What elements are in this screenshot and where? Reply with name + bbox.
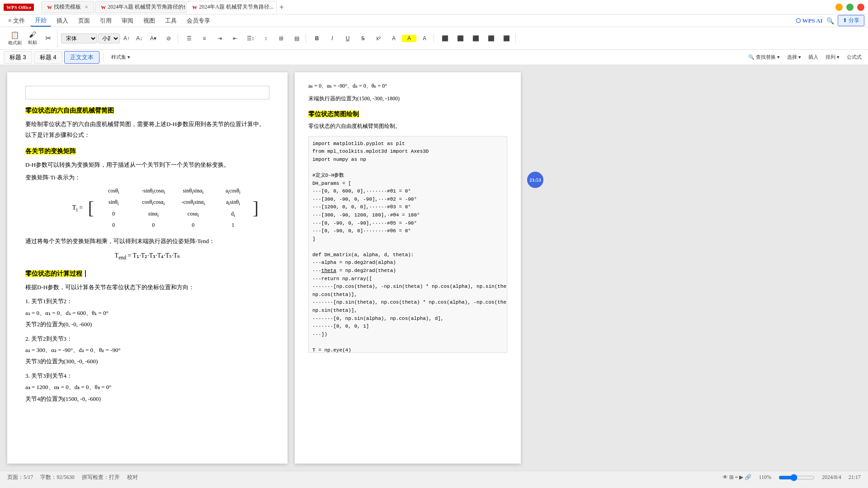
section-title-2: 各关节的变换矩阵	[25, 145, 269, 157]
tab-doc2[interactable]: W 2024年A题 机械臂关节角路径... ✕	[186, 1, 277, 13]
font-size-selector[interactable]: 小四	[98, 33, 120, 43]
align-justify-button[interactable]: ⬛	[484, 34, 498, 43]
line-spacing-button[interactable]: ↕	[259, 34, 273, 43]
columns-button[interactable]: ⬛	[499, 34, 514, 43]
menu-page[interactable]: 页面	[74, 15, 94, 26]
menu-reference[interactable]: 引用	[95, 15, 116, 26]
joint1-params: a₁ = 0、α₁ = 0、d₁ = 600、θ₁ = 0°	[25, 308, 269, 318]
right-section-title: 零位状态简图绘制	[308, 109, 507, 120]
select-button[interactable]: 选择 ▾	[784, 52, 804, 62]
joint3-title: 3. 关节3到关节4：	[25, 371, 269, 381]
tend-formula: Tend = T₁·T₂·T₃·T₄·T₅·T₆	[25, 250, 269, 263]
search-button[interactable]: 🔍	[826, 17, 834, 24]
zoom-slider[interactable]	[778, 474, 815, 481]
cell-31: 0	[135, 221, 171, 230]
menu-file[interactable]: ≡ 文件	[4, 15, 29, 26]
font-color-button[interactable]: A	[387, 34, 401, 43]
code-line-row2b: np.sin(theta)],	[312, 307, 503, 315]
close-button[interactable]	[857, 4, 864, 11]
status-bar-right: 👁 ⊞ ≡ ▶ 🔗 110% 2024/8/4 21:17	[722, 474, 861, 481]
format-brush-icon: 🖌	[29, 31, 36, 39]
format-brush-button[interactable]: 🖌 粘贴	[25, 29, 40, 47]
input-box-top[interactable]	[25, 86, 269, 99]
status-page: 页面：5/17	[7, 474, 33, 481]
highlight-section3: 零位状态的计算过程	[25, 270, 82, 277]
doc-page-right[interactable]: a₆ = 0、α₆ = -90°、d₆ = 0、θ₆ = 0° 末端执行器的位置…	[295, 72, 521, 464]
tab-label-3: 2024年A题 机械臂关节角路径...	[199, 3, 274, 11]
joint2-title: 2. 关节2到关节3：	[25, 333, 269, 344]
menu-tools[interactable]: 工具	[160, 15, 181, 26]
code-line-dh6: ···[0, -90, 0, 0]········#θ6 = 0°	[312, 227, 503, 235]
toolbar-group-list: ☰ ≡ ⇥ ⇤ ☰↕ ↕ ⊞ ▤	[180, 34, 306, 43]
cursor-indicator	[85, 270, 88, 277]
tab-find-template[interactable]: W 找模壳模板 ✕	[41, 1, 94, 13]
menu-insert[interactable]: 插入	[52, 15, 73, 26]
cell-20: 0	[95, 209, 132, 220]
menu-vip[interactable]: 会员专享	[182, 15, 215, 26]
font-format-button[interactable]: A▾	[146, 34, 160, 43]
outdent-button[interactable]: ⇤	[228, 34, 242, 43]
align-right-button[interactable]: ⬛	[468, 34, 483, 43]
code-line-row1a: ·······[np.cos(theta), -np.sin(theta) * …	[312, 283, 503, 291]
highlight-section1: 零位状态的六自由度机械臂简图	[25, 107, 114, 114]
italic-button[interactable]: I	[325, 34, 340, 43]
code-line-dh: DH_params = [	[312, 180, 503, 188]
normal-text-button[interactable]: 正文文本	[64, 51, 99, 64]
strikethrough-button[interactable]: S̶	[356, 34, 370, 43]
underline-button[interactable]: U	[340, 34, 355, 43]
heading3-button[interactable]: 标题 3	[4, 51, 32, 64]
toolbar-group-font: 宋体 小四 A↑ A↓ A▾ ⊘	[59, 33, 178, 43]
cell-21: sinαi	[135, 209, 171, 220]
code-line-row3: ·······[0, np.sin(alpha), np.cos(alpha),…	[312, 315, 503, 323]
minimize-button[interactable]	[835, 4, 843, 11]
paste-icon: 📋	[10, 31, 19, 39]
tab-add-button[interactable]: +	[278, 3, 285, 11]
shading-button[interactable]: ▤	[289, 34, 304, 43]
insert-table-button[interactable]: 插入	[806, 52, 821, 62]
code-line-dh4: ···[300, -90, 1200, 180],·#θ4 = 180°	[312, 211, 503, 220]
matrix-label: 变换矩阵·Ti·表示为：	[25, 172, 269, 183]
cell-00: cosθi	[95, 186, 132, 197]
align-center-button[interactable]: ⬛	[453, 34, 467, 43]
cell-13: aisinθi	[215, 197, 251, 208]
highlight-button[interactable]: A	[402, 35, 416, 42]
maximize-button[interactable]	[846, 4, 854, 11]
paste-button[interactable]: 📋 格式刷	[5, 29, 24, 47]
menu-view[interactable]: 视图	[139, 15, 160, 26]
matrix-cells: cosθi -sinθicosαi sinθisinαi aicosθi sin…	[95, 186, 251, 230]
indent-button[interactable]: ⇥	[212, 34, 227, 43]
find-replace-button[interactable]: 🔍 查找替换 ▾	[745, 52, 783, 62]
code-line-blank3	[312, 338, 503, 347]
unordered-list-button[interactable]: ☰	[182, 34, 196, 43]
code-line-dh2: ···[300, -90, 0, -90],···#θ2 = -90°	[312, 196, 503, 204]
title-tabs: W 找模壳模板 ✕ W 2024年A题 机械臂关节角路径的优化... ✕ W 2…	[41, 1, 285, 13]
matrix-eq-label: Ti =	[72, 204, 85, 211]
clear-format-button[interactable]: ⊘	[161, 34, 176, 43]
text-color-button2[interactable]: A	[417, 34, 432, 43]
menu-start[interactable]: 开始	[30, 15, 51, 27]
formula-button[interactable]: 公式式	[844, 52, 864, 62]
time-badge: 21:53	[527, 172, 543, 188]
tab-doc1[interactable]: W 2024年A题 机械臂关节角路径的优化... ✕	[95, 1, 185, 13]
font-family-selector[interactable]: 宋体	[61, 33, 97, 43]
style-set-button[interactable]: 样式集 ▾	[108, 52, 133, 62]
align-button[interactable]: ☰↕	[243, 34, 258, 43]
code-line-return: ···return np.array([	[312, 275, 503, 283]
borders-button[interactable]: ⊞	[274, 34, 288, 43]
tab-close-1[interactable]: ✕	[85, 5, 88, 9]
superscript-button[interactable]: x²	[371, 34, 386, 43]
menu-bar: ≡ 文件 开始 插入 页面 引用 审阅 视图 工具 会员专享 ⬡ WPS AI …	[0, 14, 868, 27]
arrange-button[interactable]: 排列 ▾	[823, 52, 842, 62]
code-block: import matplotlib.pyplot as plt from mpl…	[308, 136, 507, 353]
align-left-button[interactable]: ⬛	[438, 34, 452, 43]
font-size-increase[interactable]: A↑	[121, 34, 132, 43]
main-area: 零位状态的六自由度机械臂简图 要绘制零位状态下的六自由度机械臂简图，需要将上述D…	[0, 65, 868, 471]
font-size-decrease[interactable]: A↓	[133, 34, 145, 43]
menu-review[interactable]: 审阅	[117, 15, 138, 26]
bold-button[interactable]: B	[310, 34, 324, 43]
ordered-list-button[interactable]: ≡	[197, 34, 212, 43]
share-button[interactable]: ⬆ 分享	[838, 15, 864, 26]
heading4-button[interactable]: 标题 4	[34, 51, 62, 64]
cut-button[interactable]: ✂	[41, 33, 55, 44]
doc-page-left[interactable]: 零位状态的六自由度机械臂简图 要绘制零位状态下的六自由度机械臂简图，需要将上述D…	[7, 72, 288, 464]
